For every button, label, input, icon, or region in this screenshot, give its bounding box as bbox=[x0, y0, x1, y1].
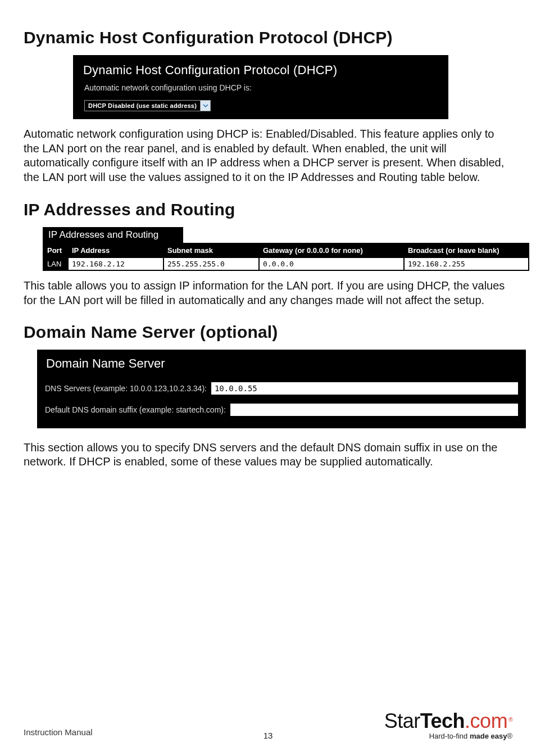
cell-gateway[interactable]: 0.0.0.0 bbox=[259, 257, 404, 270]
panel-title: IP Addresses and Routing bbox=[43, 227, 183, 243]
screenshot-ip-table: IP Addresses and Routing Port IP Address… bbox=[43, 227, 529, 271]
dns-servers-input[interactable] bbox=[211, 382, 518, 395]
brand-part-b: Tech bbox=[420, 709, 465, 733]
heading-dhcp: Dynamic Host Configuration Protocol (DHC… bbox=[24, 28, 512, 47]
tagline-c: ® bbox=[507, 732, 512, 740]
col-mask: Subnet mask bbox=[163, 243, 259, 257]
screenshot-dhcp-panel: Dynamic Host Configuration Protocol (DHC… bbox=[73, 55, 448, 119]
col-port: Port bbox=[43, 243, 68, 257]
dns-suffix-input[interactable] bbox=[230, 404, 518, 416]
heading-ip: IP Addresses and Routing bbox=[24, 200, 512, 219]
registered-icon: ® bbox=[508, 717, 512, 723]
chevron-down-icon bbox=[201, 100, 211, 111]
cell-port: LAN bbox=[43, 257, 68, 270]
col-gateway: Gateway (or 0.0.0.0 for none) bbox=[259, 243, 404, 257]
footer-manual-label: Instruction Manual bbox=[24, 727, 93, 737]
ip-body-text: This table allows you to assign IP infor… bbox=[24, 279, 512, 307]
dns-servers-row: DNS Servers (example: 10.0.0.123,10.2.3.… bbox=[45, 382, 518, 395]
dhcp-mode-value: DHCP Disabled (use static address) bbox=[84, 100, 201, 111]
cell-broadcast[interactable]: 192.168.2.255 bbox=[404, 257, 529, 270]
dns-suffix-row: Default DNS domain suffix (example: star… bbox=[45, 404, 518, 416]
dhcp-mode-select[interactable]: DHCP Disabled (use static address) bbox=[84, 100, 211, 111]
screenshot-dns-panel: Domain Name Server DNS Servers (example:… bbox=[37, 350, 526, 428]
dhcp-body-text: Automatic network configuration using DH… bbox=[24, 127, 512, 184]
tagline-b: made easy bbox=[470, 732, 507, 740]
brand-tagline: Hard-to-find made easy® bbox=[384, 732, 512, 740]
footer-logo: StarTech.com® Hard-to-find made easy® bbox=[384, 709, 512, 740]
cell-ip[interactable]: 192.168.2.12 bbox=[68, 257, 163, 270]
col-broadcast: Broadcast (or leave blank) bbox=[404, 243, 529, 257]
col-ip: IP Address bbox=[68, 243, 163, 257]
page-footer: Instruction Manual 13 StarTech.com® Hard… bbox=[0, 695, 536, 740]
heading-dns: Domain Name Server (optional) bbox=[24, 323, 512, 342]
dns-body-text: This section allows you to specify DNS s… bbox=[24, 441, 512, 469]
dns-servers-label: DNS Servers (example: 10.0.0.123,10.2.3.… bbox=[45, 384, 207, 393]
tagline-a: Hard-to-find bbox=[429, 732, 470, 740]
brand-logo: StarTech.com® bbox=[384, 709, 512, 733]
cell-mask[interactable]: 255.255.255.0 bbox=[163, 257, 259, 270]
brand-part-c: .com bbox=[465, 709, 507, 733]
brand-part-a: Star bbox=[384, 709, 420, 733]
panel-subtitle: Automatic network configuration using DH… bbox=[79, 83, 443, 100]
panel-title: Domain Name Server bbox=[45, 355, 518, 379]
ip-routing-table: Port IP Address Subnet mask Gateway (or … bbox=[43, 243, 529, 271]
panel-title: Dynamic Host Configuration Protocol (DHC… bbox=[79, 61, 443, 83]
table-row: LAN 192.168.2.12 255.255.255.0 0.0.0.0 1… bbox=[43, 257, 529, 270]
table-header-row: Port IP Address Subnet mask Gateway (or … bbox=[43, 243, 529, 257]
dns-suffix-label: Default DNS domain suffix (example: star… bbox=[45, 405, 226, 414]
footer-page-number: 13 bbox=[264, 731, 273, 740]
